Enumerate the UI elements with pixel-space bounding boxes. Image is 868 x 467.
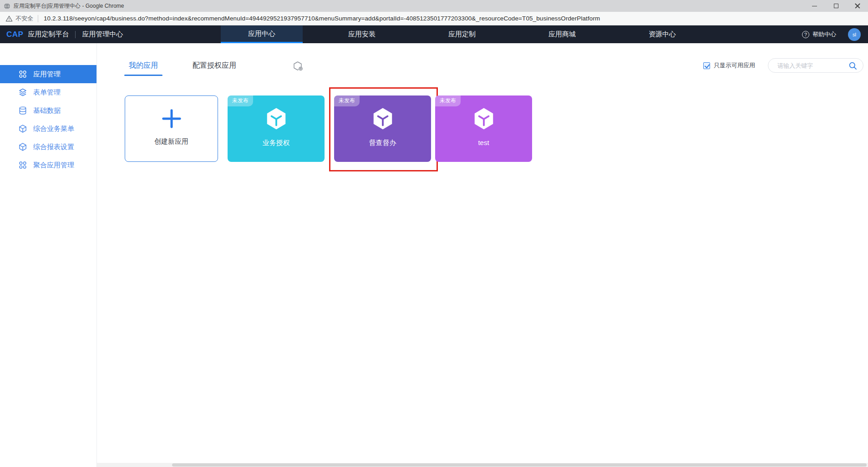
url-divider [38, 15, 38, 22]
minimize-button[interactable] [804, 0, 825, 12]
app-grid-icon [18, 161, 27, 170]
page-favicon-globe-icon [4, 3, 10, 10]
maximize-icon [834, 4, 838, 8]
sidebar-item-business-menu[interactable]: 综合业务菜单 [0, 120, 96, 138]
security-label[interactable]: 不安全 [15, 15, 33, 23]
app-card-test[interactable]: 未发布 test [435, 95, 532, 162]
app-cards-row: 创建新应用 未发布 业务授权 未发布 [125, 95, 532, 162]
content-tabs: 我的应用 配置授权应用 [124, 60, 304, 76]
brand-divider [75, 31, 76, 38]
main-area: 应用管理 表单管理 基础数据 [0, 43, 868, 467]
highlighted-card-wrapper: 未发布 督查督办 [334, 95, 431, 162]
horizontal-scrollbar-thumb[interactable] [172, 463, 867, 467]
only-available-label: 只显示可用应用 [714, 61, 755, 70]
create-app-card[interactable]: 创建新应用 [125, 95, 218, 162]
search-icon[interactable] [848, 61, 858, 70]
nav-tab-app-center[interactable]: 应用中心 [221, 25, 303, 43]
app-card-business-auth[interactable]: 未发布 业务授权 [228, 95, 325, 162]
only-available-checkbox[interactable] [703, 62, 710, 69]
nav-tabs: 应用中心 应用安装 应用定制 应用商城 资源中心 [221, 25, 721, 43]
app-cube-icon [264, 106, 289, 131]
sidebar-item-base-data[interactable]: 基础数据 [0, 101, 96, 120]
card-label: test [478, 139, 489, 146]
nav-tab-app-custom[interactable]: 应用定制 [421, 25, 503, 43]
nav-tab-app-store[interactable]: 应用商城 [521, 25, 603, 43]
sidebar-item-label: 聚合应用管理 [33, 161, 74, 170]
app-grid-icon [18, 70, 27, 79]
sidebar-item-label: 表单管理 [33, 88, 61, 97]
nav-tab-resource-center[interactable]: 资源中心 [621, 25, 703, 43]
minimize-icon [812, 6, 817, 6]
app-package-icon[interactable] [293, 60, 304, 71]
user-avatar[interactable]: sl [848, 28, 861, 41]
sidebar-item-app-management[interactable]: 应用管理 [0, 65, 96, 83]
search-input[interactable] [777, 59, 846, 72]
tab-my-apps[interactable]: 我的应用 [124, 61, 162, 76]
app-cube-icon [371, 106, 395, 131]
horizontal-scrollbar[interactable] [97, 463, 868, 467]
content-area: 我的应用 配置授权应用 只显示可用应用 [97, 43, 868, 467]
database-icon [18, 106, 27, 115]
sidebar: 应用管理 表单管理 基础数据 [0, 43, 97, 467]
layers-icon [18, 88, 27, 97]
cube-icon [18, 124, 27, 133]
card-label: 业务授权 [263, 139, 290, 147]
cap-logo: CAP [6, 30, 23, 39]
maximize-button[interactable] [825, 0, 847, 12]
cube-icon [18, 142, 27, 151]
card-label: 创建新应用 [154, 137, 188, 146]
unpublished-badge: 未发布 [228, 95, 253, 106]
sidebar-item-label: 基础数据 [33, 106, 61, 115]
url-text[interactable]: 10.2.3.118/seeyon/cap4/business.do?metho… [44, 15, 600, 22]
browser-window: 应用定制平台|应用管理中心 - Google Chrome 不安全 10.2.3… [0, 0, 868, 467]
app-card-supervision[interactable]: 未发布 督查督办 [334, 95, 431, 162]
list-controls: 只显示可用应用 [703, 58, 863, 73]
help-question-icon: ? [802, 31, 809, 38]
search-box [768, 58, 863, 73]
unpublished-badge: 未发布 [334, 95, 360, 106]
close-button[interactable] [847, 0, 868, 12]
plus-icon [161, 108, 182, 129]
app-cube-icon [472, 106, 496, 131]
brand-area: CAP 应用定制平台 应用管理中心 [6, 25, 123, 43]
tab-authorized-apps[interactable]: 配置授权应用 [188, 61, 241, 76]
address-bar[interactable]: 不安全 10.2.3.118/seeyon/cap4/business.do?m… [0, 12, 868, 25]
top-navigation: CAP 应用定制平台 应用管理中心 应用中心 应用安装 应用定制 应用商城 资源… [0, 25, 868, 43]
sidebar-item-form-management[interactable]: 表单管理 [0, 83, 96, 101]
product-name: 应用定制平台 [28, 30, 69, 39]
browser-titlebar: 应用定制平台|应用管理中心 - Google Chrome [0, 0, 868, 12]
help-center-link[interactable]: 帮助中心 [812, 30, 836, 39]
window-title: 应用定制平台|应用管理中心 - Google Chrome [14, 2, 124, 10]
sidebar-item-label: 应用管理 [33, 70, 61, 79]
sidebar-item-aggregate-app[interactable]: 聚合应用管理 [0, 156, 96, 174]
sidebar-item-report-settings[interactable]: 综合报表设置 [0, 138, 96, 156]
sidebar-item-label: 综合业务菜单 [33, 125, 74, 133]
card-label: 督查督办 [369, 139, 396, 147]
unpublished-badge: 未发布 [435, 95, 461, 106]
window-controls [804, 0, 868, 12]
nav-right-area: ? 帮助中心 sl [802, 25, 861, 43]
nav-tab-app-install[interactable]: 应用安装 [321, 25, 403, 43]
sidebar-item-label: 综合报表设置 [33, 143, 74, 151]
module-name: 应用管理中心 [82, 30, 123, 39]
close-icon [855, 3, 860, 9]
insecure-warning-icon [5, 15, 13, 22]
